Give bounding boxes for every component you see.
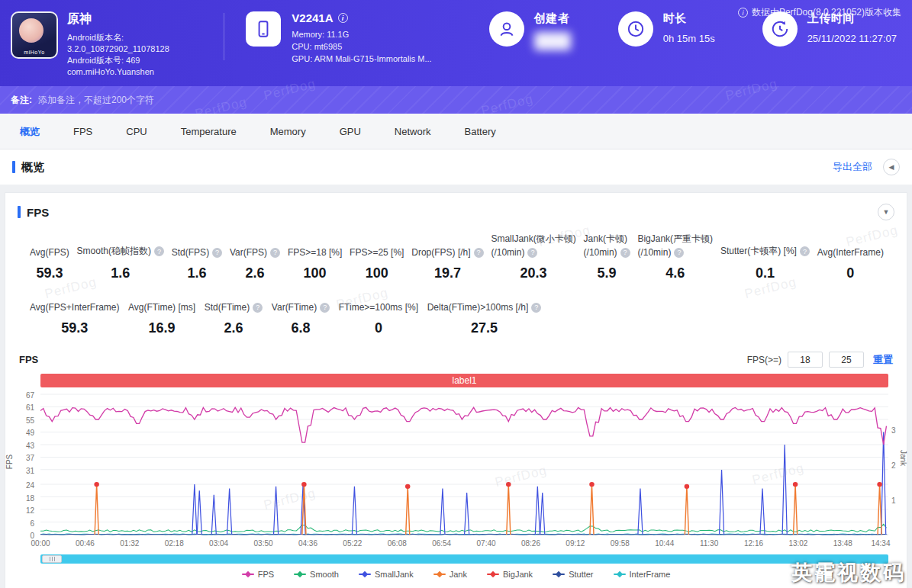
- y-tick-label: 55: [26, 416, 34, 425]
- stat-item: Var(FPS)?2.6: [230, 233, 280, 281]
- stat-value: 6.8: [291, 320, 310, 336]
- stat-label-sub: (/10min)?: [584, 247, 630, 258]
- tab-Temperature[interactable]: Temperature: [164, 114, 253, 149]
- stat-label: Std(FPS)?: [172, 247, 222, 258]
- stat-label: Avg(FPS): [30, 247, 69, 258]
- reset-link[interactable]: 重置: [873, 353, 893, 367]
- tab-CPU[interactable]: CPU: [109, 114, 163, 149]
- fps-chart-plot[interactable]: [40, 391, 888, 538]
- legend-item-Smooth[interactable]: Smooth: [294, 570, 339, 579]
- tab-Battery[interactable]: Battery: [448, 114, 513, 149]
- tab-概览[interactable]: 概览: [3, 114, 56, 149]
- stat-label: Var(FPS)?: [230, 247, 280, 258]
- legend-item-Stutter[interactable]: Stutter: [553, 570, 593, 579]
- tab-GPU[interactable]: GPU: [323, 114, 378, 149]
- help-icon[interactable]: ?: [320, 303, 330, 313]
- legend-item-InterFrame[interactable]: InterFrame: [614, 570, 671, 579]
- y-tick-label: 6: [30, 519, 34, 528]
- collapse-left-button[interactable]: ◀: [883, 159, 900, 175]
- header-divider: [224, 13, 224, 60]
- stat-label: Avg(FTime) [ms]: [128, 302, 195, 313]
- fps-threshold-input-1[interactable]: [788, 352, 823, 368]
- stat-value: 4.6: [665, 265, 685, 281]
- x-tick-label: 14:34: [871, 539, 890, 548]
- creator-block: 创建者: [489, 11, 571, 50]
- right-tick-label: 1: [891, 496, 896, 505]
- game-build: Android版本号: 469: [67, 55, 169, 66]
- legend-item-BigJank[interactable]: BigJank: [487, 570, 533, 579]
- legend-item-FPS[interactable]: FPS: [242, 570, 274, 579]
- fps-threshold-label: FPS(>=): [747, 355, 781, 365]
- stat-label: Avg(FPS+InterFrame): [30, 302, 119, 313]
- game-icon: miHoYo: [11, 11, 58, 59]
- fps-stats-row-1: Avg(FPS)59.3Smooth(稳帧指数)?1.6Std(FPS)?1.6…: [5, 233, 907, 281]
- stat-item: SmallJank(微小卡顿)(/10min)?20.3: [491, 233, 575, 281]
- tab-bar: 概览FPSCPUTemperatureMemoryGPUNetworkBatte…: [0, 114, 912, 149]
- export-all-link[interactable]: 导出全部: [833, 160, 872, 174]
- stat-item: Stutter(卡顿率) [%]?0.1: [720, 233, 810, 281]
- chart-label1-band[interactable]: label1: [40, 374, 888, 387]
- help-icon[interactable]: ?: [531, 303, 541, 313]
- device-block: V2241A i Memory: 11.1G CPU: mt6985 GPU: …: [246, 11, 441, 65]
- stat-label: SmallJank(微小卡顿): [491, 233, 575, 246]
- tab-Network[interactable]: Network: [378, 114, 448, 149]
- collapse-down-button[interactable]: ▼: [878, 204, 894, 220]
- duration-block: 时长 0h 15m 15s: [618, 11, 715, 47]
- chart-scrollbar-handle[interactable]: [42, 555, 62, 563]
- stat-label: FTime>=100ms [%]: [339, 302, 418, 313]
- creator-label: 创建者: [534, 11, 571, 26]
- chart-title: FPS: [19, 354, 38, 365]
- help-icon[interactable]: ?: [154, 246, 164, 256]
- x-tick-label: 07:40: [477, 539, 496, 548]
- x-tick-label: 00:00: [31, 539, 50, 548]
- device-info-icon[interactable]: i: [338, 13, 348, 23]
- stat-label: Delta(FTime)>100ms [/h]?: [427, 302, 542, 313]
- stat-item: Avg(FTime) [ms]16.9: [128, 292, 195, 336]
- stat-item: Var(FTime)?6.8: [272, 292, 330, 336]
- stat-label: Jank(卡顿): [584, 233, 630, 246]
- x-tick-label: 03:04: [209, 539, 228, 548]
- stat-item: FTime>=100ms [%]0: [339, 292, 418, 336]
- help-icon[interactable]: ?: [253, 303, 263, 313]
- help-icon[interactable]: ?: [800, 246, 810, 256]
- phone-icon: [246, 11, 281, 47]
- stat-value: 1.6: [187, 265, 206, 281]
- stat-item: Avg(FPS)59.3: [30, 233, 69, 281]
- x-tick-label: 10:44: [655, 539, 674, 548]
- fps-threshold-input-2[interactable]: [829, 352, 864, 368]
- y-tick-label: 18: [26, 494, 34, 503]
- legend-item-Jank[interactable]: Jank: [433, 570, 467, 579]
- y-tick-label: 37: [26, 454, 34, 462]
- note-placeholder[interactable]: 添加备注，不超过200个字符: [38, 94, 154, 107]
- help-icon[interactable]: ?: [212, 248, 222, 258]
- stat-value: 2.6: [245, 265, 264, 281]
- fps-section-title: FPS: [18, 206, 49, 219]
- game-version-label: Android版本名:: [67, 32, 169, 43]
- help-icon[interactable]: ?: [674, 248, 684, 258]
- chart-scrollbar-track[interactable]: [40, 554, 888, 564]
- note-bar[interactable]: 备注: 添加备注，不超过200个字符: [0, 86, 912, 114]
- chart-legend: FPSSmoothSmallJankJankBigJankStutterInte…: [5, 570, 907, 579]
- stat-item: Smooth(稳帧指数)?1.6: [77, 233, 164, 281]
- help-icon[interactable]: ?: [474, 248, 484, 258]
- help-icon[interactable]: ?: [270, 248, 280, 258]
- stat-label: Smooth(稳帧指数)?: [77, 245, 164, 258]
- fps-panel: FPS ▼ Avg(FPS)59.3Smooth(稳帧指数)?1.6Std(FP…: [5, 192, 907, 588]
- help-icon[interactable]: ?: [527, 248, 537, 258]
- collector-note: i 数据由PerfDog(8.0.221052)版本收集: [738, 6, 901, 19]
- tab-FPS[interactable]: FPS: [56, 114, 109, 149]
- chart-canvas[interactable]: [40, 391, 888, 538]
- tab-Memory[interactable]: Memory: [253, 114, 323, 149]
- x-axis-labels: 00:0000:4601:3202:1803:0403:5004:3605:22…: [40, 538, 888, 550]
- stat-value: 1.6: [111, 265, 130, 281]
- x-tick-label: 13:02: [788, 539, 807, 548]
- stat-label: Drop(FPS) [/h]?: [411, 247, 483, 258]
- stat-item: FPS>=18 [%]100: [288, 233, 342, 281]
- legend-item-SmallJank[interactable]: SmallJank: [359, 570, 414, 579]
- stat-item: BigJank(严重卡顿)(/10min)?4.6: [637, 233, 713, 281]
- help-icon[interactable]: ?: [620, 248, 630, 258]
- info-icon: i: [738, 8, 748, 18]
- duration-label: 时长: [663, 11, 715, 26]
- x-tick-label: 01:32: [120, 539, 139, 548]
- stat-label: FPS>=18 [%]: [288, 247, 342, 258]
